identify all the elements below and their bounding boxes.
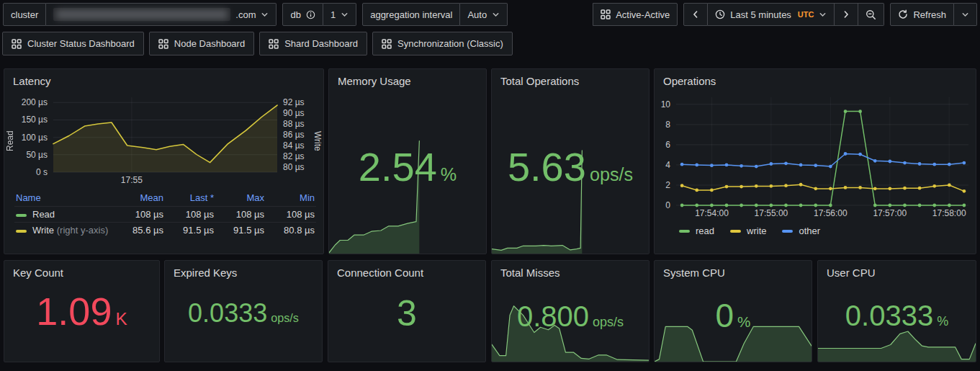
panel-operations: Operations 1086420 17:54:0017:55:0017:56…: [654, 68, 976, 254]
legend-write-mean: 85.6 µs: [114, 223, 165, 238]
operations-x-axis-ticks: 17:54:0017:55:0017:56:0017:57:0017:58:00: [676, 205, 968, 218]
chevron-down-icon: [819, 11, 827, 19]
series-color-swatch: [16, 214, 27, 217]
time-shift-forward-button[interactable]: [835, 3, 858, 26]
connection-count-stat: 3: [397, 295, 417, 331]
link-node-dashboard[interactable]: Node Dashboard: [149, 32, 254, 55]
aggregation-label-text: aggregation interval: [370, 9, 452, 20]
link-label: Shard Dashboard: [284, 38, 358, 49]
memory-usage-stat: 2.54%: [359, 147, 457, 187]
panel-title-user-cpu[interactable]: User CPU: [818, 261, 976, 279]
legend-write-max: 91.5 µs: [215, 223, 266, 238]
timezone-label: UTC: [798, 10, 814, 19]
zoom-out-icon: [866, 9, 876, 20]
legend-header-mean[interactable]: Mean: [114, 191, 165, 207]
panel-connection-count: Connection Count 3: [328, 260, 486, 362]
panel-title-connection-count[interactable]: Connection Count: [328, 261, 485, 279]
cluster-label-text: cluster: [11, 9, 38, 20]
db-value: 1: [331, 9, 336, 20]
chevron-right-icon: [842, 10, 850, 19]
time-controls: Last 5 minutes UTC: [683, 3, 884, 26]
legend-read-max: 108 µs: [215, 207, 266, 223]
time-shift-back-button[interactable]: [683, 3, 708, 26]
panel-title-memory-usage[interactable]: Memory Usage: [329, 69, 486, 87]
panel-user-cpu: User CPU 0.0333%: [817, 260, 976, 362]
chevron-left-icon: [691, 10, 700, 19]
refresh-button[interactable]: Refresh: [890, 3, 954, 26]
panel-memory-usage: Memory Usage 2.54%: [328, 68, 487, 254]
panel-system-cpu: System CPU 0%: [654, 260, 812, 362]
apps-icon: [12, 39, 22, 49]
db-variable-select[interactable]: 1: [323, 3, 356, 26]
panel-title-total-misses[interactable]: Total Misses: [492, 261, 649, 279]
aggregation-variable-select[interactable]: Auto: [460, 3, 508, 26]
key-count-stat: 1.09K: [36, 292, 127, 331]
legend-header-last[interactable]: Last *: [165, 191, 215, 207]
panel-key-count: Key Count 1.09K: [4, 260, 160, 362]
panel-expired-keys: Expired Keys 0.0333ops/s: [164, 260, 323, 362]
refresh-icon: [898, 9, 908, 19]
legend-header-name[interactable]: Name: [14, 191, 114, 207]
legend-series-write[interactable]: Write (right y-axis): [14, 223, 114, 238]
cluster-variable-label: cluster: [3, 3, 46, 26]
panel-title-total-operations[interactable]: Total Operations: [492, 69, 649, 87]
zoom-out-button[interactable]: [858, 3, 884, 26]
panel-title-operations[interactable]: Operations: [655, 69, 976, 87]
panel-title-expired-keys[interactable]: Expired Keys: [165, 261, 322, 279]
aggregation-variable: aggregation interval Auto: [362, 3, 508, 26]
info-circle-icon: [306, 10, 315, 19]
aggregation-variable-label: aggregation interval: [362, 3, 460, 26]
chevron-down-icon: [492, 11, 500, 19]
latency-left-axis-ticks: 200 µs150 µs100 µs50 µs0 s: [16, 97, 53, 172]
refresh-interval-dropdown[interactable]: [954, 3, 977, 26]
dashboard-links-row: Cluster Status Dashboard Node Dashboard …: [2, 32, 977, 55]
series-color-swatch: [730, 230, 741, 233]
link-label: Node Dashboard: [174, 38, 245, 49]
cluster-variable-select[interactable]: .com: [46, 3, 277, 26]
cluster-variable: cluster .com: [3, 3, 277, 26]
link-shard-dashboard[interactable]: Shard Dashboard: [259, 32, 367, 55]
legend-item-other[interactable]: other: [782, 225, 820, 236]
panel-latency: Latency Read 200 µs150 µs100 µs50 µs0 s …: [4, 68, 324, 254]
operations-plot-area: 17:54:0017:55:0017:56:0017:57:0017:58:00: [676, 97, 968, 218]
apps-icon: [269, 39, 279, 49]
legend-row-read: Read 108 µs 108 µs 108 µs 108 µs: [14, 207, 316, 223]
refresh-label: Refresh: [913, 9, 946, 20]
latency-legend-table: Name Mean Last * Max Min Read 108 µs 108…: [14, 191, 316, 238]
panel-title-key-count[interactable]: Key Count: [4, 261, 159, 279]
legend-write-min: 80.8 µs: [266, 223, 316, 238]
active-active-link[interactable]: Active-Active: [593, 3, 678, 26]
link-label: Cluster Status Dashboard: [27, 38, 135, 49]
expired-keys-stat: 0.0333ops/s: [188, 300, 299, 326]
series-color-swatch: [679, 230, 690, 233]
link-cluster-status-dashboard[interactable]: Cluster Status Dashboard: [2, 32, 144, 55]
legend-header-min[interactable]: Min: [266, 191, 316, 207]
apps-icon: [601, 9, 611, 19]
apps-icon: [158, 39, 168, 49]
chevron-down-icon: [341, 11, 349, 19]
chevron-down-icon: [261, 11, 269, 19]
panel-total-misses: Total Misses 0.800ops/s: [491, 260, 649, 362]
total-operations-stat: 5.63ops/s: [508, 147, 633, 187]
latency-chart[interactable]: Read 200 µs150 µs100 µs50 µs0 s 17:55 92…: [4, 97, 323, 185]
legend-item-write[interactable]: write: [730, 225, 766, 236]
latency-right-axis-label: Write: [312, 97, 323, 185]
legend-header-max[interactable]: Max: [215, 191, 266, 207]
time-range-picker[interactable]: Last 5 minutes UTC: [708, 3, 835, 26]
panel-title-system-cpu[interactable]: System CPU: [655, 261, 812, 279]
legend-item-read[interactable]: read: [679, 225, 714, 236]
operations-chart[interactable]: 1086420 17:54:0017:55:0017:56:0017:57:00…: [655, 97, 976, 218]
link-synchronization-classic[interactable]: Synchronization (Classic): [372, 32, 513, 55]
legend-series-read[interactable]: Read: [14, 207, 114, 223]
panel-title-latency[interactable]: Latency: [4, 69, 323, 87]
system-cpu-stat: 0%: [716, 299, 751, 332]
legend-read-min: 108 µs: [266, 207, 316, 223]
apps-icon: [382, 39, 392, 49]
refresh-controls: Refresh: [890, 3, 977, 26]
total-misses-stat: 0.800ops/s: [517, 302, 624, 331]
legend-row-write: Write (right y-axis) 85.6 µs 91.5 µs 91.…: [14, 223, 316, 238]
aggregation-value: Auto: [467, 9, 487, 20]
series-color-swatch: [782, 230, 793, 233]
active-active-label: Active-Active: [616, 9, 670, 20]
legend-read-mean: 108 µs: [114, 207, 165, 223]
